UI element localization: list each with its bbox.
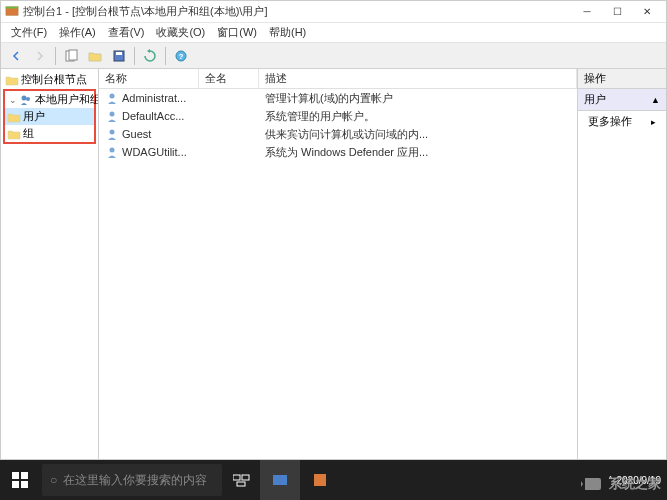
toolbar-separator xyxy=(134,47,135,65)
svg-rect-5 xyxy=(116,52,122,55)
svg-rect-16 xyxy=(12,481,19,488)
menu-action[interactable]: 操作(A) xyxy=(53,23,102,42)
menubar: 文件(F) 操作(A) 查看(V) 收藏夹(O) 窗口(W) 帮助(H) xyxy=(1,23,666,43)
open-button[interactable] xyxy=(84,45,106,67)
svg-point-13 xyxy=(110,148,115,153)
refresh-button[interactable] xyxy=(139,45,161,67)
list-area: 名称 全名 描述 Administrat... 管理计算机(域)的内置帐户 De… xyxy=(99,69,578,459)
user-desc: 供来宾访问计算机或访问域的内... xyxy=(259,126,577,143)
taskbar-app-settings[interactable] xyxy=(260,460,300,500)
menu-file[interactable]: 文件(F) xyxy=(5,23,53,42)
svg-rect-17 xyxy=(21,481,28,488)
tree-groups-label: 组 xyxy=(23,126,34,141)
forward-button[interactable] xyxy=(29,45,51,67)
start-button[interactable] xyxy=(0,460,40,500)
action-more-label: 更多操作 xyxy=(588,114,632,129)
col-name[interactable]: 名称 xyxy=(99,69,199,88)
menu-window[interactable]: 窗口(W) xyxy=(211,23,263,42)
search-placeholder: 在这里输入你要搜索的内容 xyxy=(63,472,207,489)
maximize-button[interactable]: ☐ xyxy=(602,1,632,23)
actions-section-label: 用户 xyxy=(584,92,606,107)
list-header: 名称 全名 描述 xyxy=(99,69,577,89)
watermark-icon xyxy=(581,474,605,494)
help-button[interactable]: ? xyxy=(170,45,192,67)
back-button[interactable] xyxy=(5,45,27,67)
user-desc: 系统为 Windows Defender 应用... xyxy=(259,144,577,161)
menu-view[interactable]: 查看(V) xyxy=(102,23,151,42)
window-buttons: ─ ☐ ✕ xyxy=(572,1,662,23)
menu-favorites[interactable]: 收藏夹(O) xyxy=(150,23,211,42)
svg-rect-19 xyxy=(242,475,249,480)
col-fullname[interactable]: 全名 xyxy=(199,69,259,88)
list-body[interactable]: Administrat... 管理计算机(域)的内置帐户 DefaultAcc.… xyxy=(99,89,577,459)
taskbar-app-2[interactable] xyxy=(300,460,340,500)
user-fullname xyxy=(199,133,259,135)
svg-point-8 xyxy=(22,95,27,100)
titlebar: 控制台1 - [控制台根节点\本地用户和组(本地)\用户] ─ ☐ ✕ xyxy=(1,1,666,23)
tree-root-node[interactable]: 控制台根节点 xyxy=(3,71,96,88)
svg-rect-3 xyxy=(69,50,77,60)
user-fullname xyxy=(199,151,259,153)
col-desc[interactable]: 描述 xyxy=(259,69,577,88)
watermark-text: 系统之家 xyxy=(609,475,661,493)
user-icon xyxy=(105,145,119,159)
window-title: 控制台1 - [控制台根节点\本地用户和组(本地)\用户] xyxy=(23,4,572,19)
user-name: DefaultAcc... xyxy=(122,110,184,122)
save-button[interactable] xyxy=(108,45,130,67)
list-item[interactable]: DefaultAcc... 系统管理的用户帐户。 xyxy=(99,107,577,125)
folder-icon xyxy=(5,73,19,87)
main-area: 名称 全名 描述 Administrat... 管理计算机(域)的内置帐户 De… xyxy=(99,69,666,459)
svg-point-12 xyxy=(110,130,115,135)
user-icon xyxy=(105,91,119,105)
user-name: Administrat... xyxy=(122,92,186,104)
menu-help[interactable]: 帮助(H) xyxy=(263,23,312,42)
svg-rect-14 xyxy=(12,472,19,479)
taskbar[interactable]: ○ 在这里输入你要搜索的内容 ˄ 2020/9/19 xyxy=(0,460,667,500)
user-fullname xyxy=(199,97,259,99)
tree-localusers-label: 本地用户和组(本地) xyxy=(35,92,99,107)
svg-point-11 xyxy=(110,112,115,117)
folder-icon xyxy=(7,110,21,124)
user-name: Guest xyxy=(122,128,151,140)
console-icon xyxy=(5,5,19,19)
svg-rect-15 xyxy=(21,472,28,479)
user-fullname xyxy=(199,115,259,117)
highlighted-tree-section: ⌄ 本地用户和组(本地) 用户 组 xyxy=(3,89,96,144)
action-more[interactable]: 更多操作 ▸ xyxy=(578,111,666,132)
actions-title: 操作 xyxy=(584,71,606,86)
user-icon xyxy=(105,109,119,123)
tree-users-node[interactable]: 用户 xyxy=(5,108,94,125)
svg-rect-20 xyxy=(237,482,245,486)
actions-section[interactable]: 用户 ▲ xyxy=(578,89,666,111)
search-icon: ○ xyxy=(50,473,57,487)
svg-rect-22 xyxy=(314,474,326,486)
tree-groups-node[interactable]: 组 xyxy=(5,125,94,142)
watermark: 系统之家 xyxy=(581,474,661,494)
expander-icon[interactable]: ⌄ xyxy=(9,95,17,105)
folder-icon xyxy=(7,127,21,141)
minimize-button[interactable]: ─ xyxy=(572,1,602,23)
tree-root-label: 控制台根节点 xyxy=(21,72,87,87)
tree-localusers-node[interactable]: ⌄ 本地用户和组(本地) xyxy=(5,91,94,108)
list-item[interactable]: Administrat... 管理计算机(域)的内置帐户 xyxy=(99,89,577,107)
tree-panel[interactable]: 控制台根节点 ⌄ 本地用户和组(本地) 用户 组 xyxy=(1,69,99,459)
svg-text:?: ? xyxy=(179,52,184,61)
taskbar-search[interactable]: ○ 在这里输入你要搜索的内容 xyxy=(42,464,222,496)
svg-rect-1 xyxy=(6,6,18,8)
close-button[interactable]: ✕ xyxy=(632,1,662,23)
content-area: 控制台根节点 ⌄ 本地用户和组(本地) 用户 组 xyxy=(1,69,666,459)
svg-rect-21 xyxy=(273,475,287,485)
new-button[interactable] xyxy=(60,45,82,67)
mmc-window: 控制台1 - [控制台根节点\本地用户和组(本地)\用户] ─ ☐ ✕ 文件(F… xyxy=(0,0,667,460)
svg-point-9 xyxy=(26,97,30,101)
collapse-icon[interactable]: ▲ xyxy=(651,95,660,105)
users-group-icon xyxy=(19,93,33,107)
toolbar-separator xyxy=(165,47,166,65)
user-icon xyxy=(105,127,119,141)
list-item[interactable]: Guest 供来宾访问计算机或访问域的内... xyxy=(99,125,577,143)
list-item[interactable]: WDAGUtilit... 系统为 Windows Defender 应用... xyxy=(99,143,577,161)
svg-point-10 xyxy=(110,94,115,99)
task-view-button[interactable] xyxy=(224,460,260,500)
user-desc: 系统管理的用户帐户。 xyxy=(259,108,577,125)
toolbar: ? xyxy=(1,43,666,69)
